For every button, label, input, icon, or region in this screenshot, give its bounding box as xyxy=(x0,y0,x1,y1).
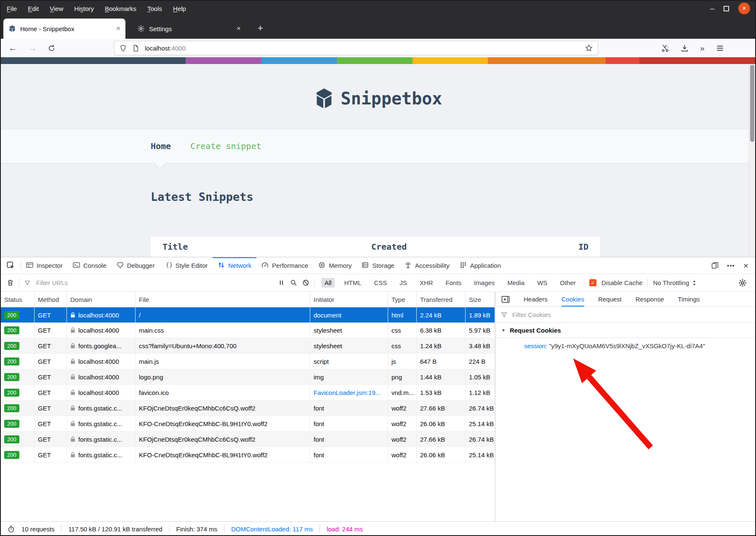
column-header-status[interactable]: Status xyxy=(1,292,35,307)
request-row[interactable]: 200GETlocalhost:4000favicon.icoFaviconLo… xyxy=(1,385,495,400)
filter-all[interactable]: All xyxy=(322,278,335,288)
site-nav-home[interactable]: Home xyxy=(151,141,171,151)
domain-text: fonts.gstatic.c... xyxy=(78,451,122,459)
filter-fonts[interactable]: Fonts xyxy=(443,278,465,288)
lock-icon xyxy=(70,421,75,427)
request-row[interactable]: 200GETfonts.gstatic.c...KFOjCneDtsqEr0ke… xyxy=(1,400,495,416)
menu-help[interactable]: Help xyxy=(173,5,186,12)
disable-cache-label[interactable]: Disable Cache xyxy=(602,279,643,286)
site-nav-create-snippet[interactable]: Create snippet xyxy=(190,141,261,151)
tab-settings[interactable]: Settings × xyxy=(132,19,246,39)
filter-other[interactable]: Other xyxy=(557,278,579,288)
request-row[interactable]: 200GETfonts.gstatic.c...KFO-CneDtsqEr0ke… xyxy=(1,416,495,432)
details-tab-cookies[interactable]: Cookies xyxy=(562,292,584,307)
responsive-design-icon[interactable] xyxy=(711,262,719,269)
search-icon[interactable] xyxy=(290,279,297,286)
filter-urls-input[interactable] xyxy=(35,279,273,287)
request-row[interactable]: 200GETlocalhost:4000main.jsscriptjs647 B… xyxy=(1,354,495,369)
page-scrollbar-thumb[interactable] xyxy=(750,65,754,142)
devtools-tab-style-editor[interactable]: {}Style Editor xyxy=(160,257,213,274)
devtools-options-icon[interactable]: ••• xyxy=(727,262,735,269)
request-row[interactable]: 200GETfonts.googlea...css?family=Ubuntu+… xyxy=(1,338,495,354)
url-host[interactable]: localhost xyxy=(145,45,170,52)
screenshot-icon[interactable] xyxy=(661,44,669,52)
lock-icon xyxy=(70,452,75,458)
filter-css[interactable]: CSS xyxy=(371,278,390,288)
menu-tools[interactable]: Tools xyxy=(147,5,162,12)
column-header-method[interactable]: Method xyxy=(35,292,67,307)
request-row[interactable]: 200GETlocalhost:4000main.cssstylesheetcs… xyxy=(1,323,495,338)
shield-icon[interactable] xyxy=(120,45,127,52)
filter-ws[interactable]: WS xyxy=(534,278,550,288)
column-header-initiator[interactable]: Initiator xyxy=(310,292,388,307)
filter-html[interactable]: HTML xyxy=(341,278,365,288)
forward-button[interactable]: → xyxy=(28,43,37,53)
menu-edit[interactable]: Edit xyxy=(28,5,39,12)
details-tab-response[interactable]: Response xyxy=(636,292,664,307)
maximize-button[interactable] xyxy=(724,6,729,11)
block-icon[interactable] xyxy=(302,279,309,286)
back-button[interactable]: ← xyxy=(8,43,17,53)
column-header-file[interactable]: File xyxy=(136,292,310,307)
devtools-tab-application[interactable]: Application xyxy=(455,257,506,274)
pick-element-icon[interactable] xyxy=(7,261,15,269)
filter-xhr[interactable]: XHR xyxy=(417,278,436,288)
devtools-close-icon[interactable]: × xyxy=(743,261,748,270)
details-tab-timings[interactable]: Timings xyxy=(678,292,700,307)
tab-home-snippetbox[interactable]: Home - Snippetbox × xyxy=(3,19,125,39)
devtools-tab-performance[interactable]: Performance xyxy=(256,257,313,274)
column-header-type[interactable]: Type xyxy=(388,292,417,307)
clear-requests-icon[interactable] xyxy=(7,279,14,286)
column-header-transferred[interactable]: Transferred xyxy=(417,292,466,307)
status-cell: 200 xyxy=(1,385,35,400)
devtools-tab-network[interactable]: Network xyxy=(213,257,256,274)
initiator-text[interactable]: FaviconLoader.jsm:19... xyxy=(314,389,381,396)
close-button[interactable]: × xyxy=(738,3,750,14)
request-row[interactable]: 200GETfonts.gstatic.c...KFO-CneDtsqEr0ke… xyxy=(1,447,495,463)
menu-file[interactable]: File xyxy=(7,5,17,12)
column-header-size[interactable]: Size xyxy=(466,292,495,307)
new-tab-button[interactable]: + xyxy=(258,23,263,34)
devtools-tab-inspector[interactable]: Inspector xyxy=(21,257,68,274)
menu-view[interactable]: View xyxy=(50,5,63,12)
devtools-tab-console[interactable]: Console xyxy=(68,257,112,274)
devtools-tab-memory[interactable]: Memory xyxy=(313,257,357,274)
page-info-icon[interactable] xyxy=(132,45,139,52)
cookie-name[interactable]: session: xyxy=(524,342,547,349)
details-tab-request[interactable]: Request xyxy=(598,292,622,307)
request-row[interactable]: 200GETlocalhost:4000logo.pngimgpng1.44 k… xyxy=(1,369,495,385)
file-cell: KFO-CneDtsqEr0keqCMhbC-BL9H1tY0.woff2 xyxy=(136,416,310,431)
filter-images[interactable]: Images xyxy=(471,278,498,288)
column-header-domain[interactable]: Domain xyxy=(67,292,136,307)
devtools-tab-debugger[interactable]: Debugger xyxy=(112,257,160,274)
pause-icon[interactable] xyxy=(278,279,285,286)
devtools-tab-storage[interactable]: Storage xyxy=(357,257,399,274)
throttling-dropdown[interactable]: No Throttling xyxy=(653,279,697,286)
menu-bookmarks[interactable]: Bookmarks xyxy=(105,5,136,12)
details-tab-headers[interactable]: Headers xyxy=(524,292,548,307)
filter-cookies-input[interactable] xyxy=(511,311,749,319)
downloads-icon[interactable] xyxy=(681,44,689,52)
network-settings-gear-icon[interactable] xyxy=(738,279,747,287)
overflow-menu-icon[interactable]: » xyxy=(700,44,705,52)
filter-media[interactable]: Media xyxy=(504,278,527,288)
devtools-tab-accessibility[interactable]: Accessibility xyxy=(399,257,455,274)
request-row[interactable]: 200GETlocalhost:4000/documenthtml2.24 kB… xyxy=(1,307,495,323)
play-panel-icon[interactable] xyxy=(501,295,510,304)
initiator-text: stylesheet xyxy=(314,342,342,349)
hamburger-menu-icon[interactable] xyxy=(716,44,724,52)
url-bar[interactable]: localhost:4000 xyxy=(114,41,598,55)
bookmark-star-icon[interactable] xyxy=(585,44,593,52)
minimize-button[interactable]: – xyxy=(710,6,714,11)
session-cookie-row[interactable]: session: "y9y1-mXyQUoAM6V5s9lXNjbZ_vXSGk… xyxy=(524,342,755,349)
page-scrollbar[interactable] xyxy=(749,64,755,257)
expand-caret-icon[interactable]: ▼ xyxy=(501,328,506,333)
disable-cache-checkbox[interactable]: ✓ xyxy=(589,279,596,286)
tab-close-icon[interactable]: × xyxy=(116,24,120,33)
filter-js[interactable]: JS xyxy=(397,278,410,288)
reload-button[interactable] xyxy=(48,45,55,52)
menu-history[interactable]: History xyxy=(74,5,94,12)
request-cookies-section[interactable]: ▼ Request Cookies xyxy=(495,323,755,338)
tab-close-icon[interactable]: × xyxy=(237,24,241,33)
request-row[interactable]: 200GETfonts.gstatic.c...KFOjCneDtsqEr0ke… xyxy=(1,432,495,447)
